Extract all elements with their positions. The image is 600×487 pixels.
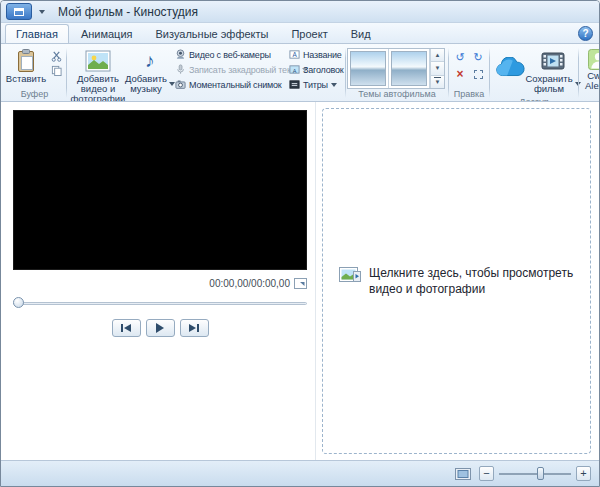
- minus-icon: −: [483, 468, 489, 479]
- group-edit: ↺ ↻ × Правка: [449, 45, 489, 101]
- snapshot-button[interactable]: Моментальный снимок: [172, 77, 286, 92]
- webcam-icon: [175, 49, 186, 60]
- previous-frame-icon: [121, 324, 131, 332]
- remove-icon: ×: [456, 67, 463, 81]
- tab-visual-effects[interactable]: Визуальные эффекты: [145, 24, 280, 43]
- storyboard-hint: Щелкните здесь, чтобы просмотреть видео …: [339, 265, 590, 297]
- gallery-up-button[interactable]: ▲: [430, 49, 444, 62]
- titlebar: Мой фильм - Киностудия: [1, 1, 599, 23]
- select-all-button[interactable]: [470, 66, 487, 82]
- chevron-down-icon: [331, 83, 337, 87]
- app-menu-button[interactable]: [6, 3, 32, 20]
- rotate-right-icon: ↻: [473, 51, 482, 64]
- gallery-down-button[interactable]: ▼: [430, 62, 444, 75]
- tab-project[interactable]: Проект: [280, 24, 338, 43]
- fullscreen-icon[interactable]: [294, 278, 307, 289]
- record-narration-label: Записать закадровый текст: [189, 65, 299, 75]
- storyboard-hint-text: Щелкните здесь, чтобы просмотреть видео …: [369, 265, 590, 297]
- paste-label: Вставить: [6, 74, 46, 84]
- tab-home[interactable]: Главная: [5, 24, 69, 43]
- seek-track[interactable]: [13, 302, 307, 305]
- arrow-up-icon: ▲: [435, 52, 441, 58]
- theme-thumbnail-2[interactable]: [389, 49, 430, 88]
- quick-access-dropdown[interactable]: [36, 5, 48, 19]
- svg-text:A: A: [293, 68, 297, 74]
- zoom-out-button[interactable]: −: [479, 466, 494, 481]
- paste-button[interactable]: Вставить: [4, 45, 48, 87]
- add-music-label: Добавить музыку: [125, 74, 167, 94]
- add-video-label: Добавить видео и фотографии: [70, 74, 126, 102]
- zoom-thumb[interactable]: [537, 467, 544, 480]
- gallery-more-button[interactable]: ▼: [430, 76, 444, 88]
- credits-label: Титры: [303, 80, 328, 90]
- theme-image: [391, 51, 427, 86]
- app-window-icon: [14, 8, 24, 16]
- select-all-icon: [474, 70, 483, 79]
- title-slide-icon: A: [289, 49, 300, 60]
- save-movie-icon: [541, 48, 565, 73]
- timecode: 00:00,00/00:00,00: [209, 278, 290, 289]
- rotate-left-button[interactable]: ↺: [452, 49, 469, 65]
- video-preview[interactable]: [13, 110, 307, 270]
- add-video-button[interactable]: Добавить видео и фотографии: [68, 45, 128, 102]
- paste-icon: [16, 48, 36, 73]
- remove-button[interactable]: ×: [452, 66, 469, 82]
- camera-icon: [175, 79, 186, 90]
- chevron-down-icon: [39, 10, 45, 14]
- add-video-icon: [85, 48, 111, 73]
- group-clipboard: Вставить: [3, 45, 66, 101]
- main-area: 00:00,00/00:00,00: [1, 102, 599, 460]
- tab-animation[interactable]: Анимация: [70, 24, 144, 43]
- play-icon: [156, 323, 164, 333]
- previous-frame-button[interactable]: [112, 319, 141, 337]
- tab-view[interactable]: Вид: [340, 24, 382, 43]
- gallery-scroll: ▲ ▼ ▼: [430, 49, 444, 88]
- movie-maker-window: Мой фильм - Киностудия Главная Анимация …: [0, 0, 600, 487]
- group-label-themes: Темы автофильма: [347, 89, 447, 101]
- playback-controls: [13, 319, 307, 337]
- group-automovie-themes: ▲ ▼ ▼ Темы автофильма: [346, 45, 448, 101]
- time-row: 00:00,00/00:00,00: [13, 277, 307, 290]
- storyboard-dropzone[interactable]: Щелкните здесь, чтобы просмотреть видео …: [322, 108, 591, 454]
- group-label-edit: Правка: [450, 89, 488, 101]
- plus-icon: +: [580, 468, 586, 479]
- copy-button[interactable]: [48, 63, 65, 77]
- ribbon-tab-row: Главная Анимация Визуальные эффекты Прое…: [1, 23, 599, 44]
- play-button[interactable]: [146, 319, 175, 337]
- group-add: Добавить видео и фотографии ♪ Добавить м…: [67, 45, 345, 101]
- caption-button[interactable]: A Заголовок: [286, 62, 344, 77]
- seek-thumb[interactable]: [13, 297, 24, 308]
- onedrive-button[interactable]: [491, 45, 529, 92]
- more-icon: ▼: [435, 79, 441, 85]
- ribbon: Вставить: [1, 44, 599, 102]
- snapshot-label: Моментальный снимок: [189, 80, 282, 90]
- preview-size-button[interactable]: [452, 465, 474, 482]
- next-frame-button[interactable]: [180, 319, 209, 337]
- account-button[interactable]: Cwer Alex: [579, 45, 599, 101]
- zoom-slider[interactable]: [499, 466, 571, 481]
- help-icon[interactable]: ?: [578, 26, 593, 41]
- add-music-button[interactable]: ♪ Добавить музыку: [128, 45, 172, 97]
- avatar: [588, 47, 599, 71]
- account-area: Cwer Alex: [578, 45, 599, 101]
- save-movie-label: Сохранить фильм: [525, 74, 572, 94]
- caption-slide-icon: A: [289, 64, 300, 75]
- title-button[interactable]: A Название: [286, 47, 344, 62]
- credits-button[interactable]: Титры: [286, 77, 344, 92]
- theme-thumbnail-1[interactable]: [348, 49, 389, 88]
- webcam-video-button[interactable]: Видео с веб-камеры: [172, 47, 286, 62]
- arrow-down-icon: ▼: [435, 65, 441, 71]
- record-narration-button[interactable]: Записать закадровый текст: [172, 62, 286, 77]
- add-music-icon: ♪: [145, 48, 155, 73]
- webcam-label: Видео с веб-камеры: [189, 50, 271, 60]
- zoom-in-button[interactable]: +: [576, 466, 591, 481]
- save-movie-button[interactable]: Сохранить фильм: [529, 45, 577, 97]
- cut-button[interactable]: [48, 49, 65, 63]
- preview-pane: 00:00,00/00:00,00: [1, 102, 316, 460]
- rotate-right-button[interactable]: ↻: [470, 49, 487, 65]
- copy-icon: [51, 65, 62, 76]
- seek-bar[interactable]: [13, 298, 307, 309]
- credits-slide-icon: [289, 79, 300, 90]
- zoom-track[interactable]: [499, 473, 571, 475]
- microphone-icon: [175, 64, 186, 75]
